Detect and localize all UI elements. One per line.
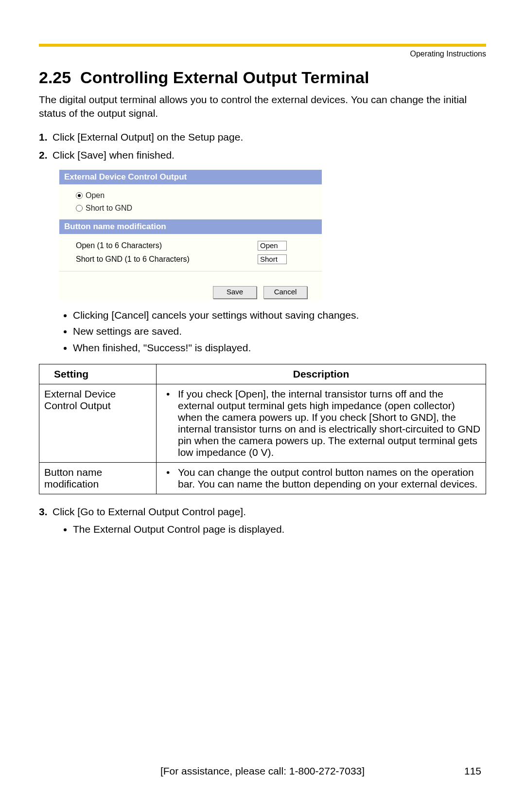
save-button[interactable]: Save (213, 286, 257, 299)
table-row: External Device Control Output •If you c… (39, 384, 486, 463)
field-open-input[interactable] (258, 241, 287, 251)
step-2: 2.Click [Save] when finished. (52, 147, 486, 163)
top-rule (39, 44, 486, 47)
ui-panel: External Device Control Output Open Shor… (59, 170, 322, 301)
section-number: 2.25 (39, 68, 71, 87)
radio-short[interactable]: Short to GND (69, 202, 316, 215)
col-description: Description (157, 364, 486, 384)
section-title: 2.25 Controlling External Output Termina… (39, 68, 486, 87)
radio-short-label: Short to GND (86, 204, 132, 213)
field-short-label: Short to GND (1 to 6 Characters) (76, 255, 258, 264)
ui-header-button-name: Button name modification (59, 219, 322, 234)
cell-setting-1: External Device Control Output (39, 384, 157, 463)
cell-desc-1: •If you check [Open], the internal trans… (157, 384, 486, 463)
header-right: Operating Instructions (39, 50, 486, 58)
step-1-text: Click [External Output] on the Setup pag… (52, 131, 243, 143)
cell-setting-2: Button name modification (39, 463, 157, 494)
settings-table: Setting Description External Device Cont… (39, 364, 486, 494)
footer-assist: [For assistance, please call: 1-800-272-… (0, 765, 525, 777)
step-1: 1.Click [External Output] on the Setup p… (52, 129, 486, 145)
ui-header-output: External Device Control Output (59, 170, 322, 184)
radio-icon (76, 205, 83, 212)
cell-desc-2: •You can change the output control butto… (157, 463, 486, 494)
radio-icon (76, 192, 83, 199)
col-setting: Setting (39, 364, 157, 384)
notes-list: Clicking [Cancel] cancels your settings … (39, 307, 486, 356)
ui-separator (59, 271, 322, 282)
field-open-label: Open (1 to 6 Characters) (76, 241, 258, 250)
step-3-text: Click [Go to External Output Control pag… (52, 506, 246, 517)
page-number: 115 (464, 765, 481, 777)
note-2: New settings are saved. (73, 324, 486, 339)
step-3-sub: The External Output Control page is disp… (73, 522, 486, 537)
table-row: Button name modification •You can change… (39, 463, 486, 494)
step-3: 3.Click [Go to External Output Control p… (52, 504, 486, 537)
step-2-text: Click [Save] when finished. (52, 149, 175, 161)
section-intro: The digital output terminal allows you t… (39, 93, 486, 121)
section-heading: Controlling External Output Terminal (80, 68, 369, 87)
note-3: When finished, "Success!" is displayed. (73, 340, 486, 356)
radio-open-label: Open (86, 191, 105, 200)
note-1: Clicking [Cancel] cancels your settings … (73, 307, 486, 323)
cancel-button[interactable]: Cancel (263, 286, 307, 299)
field-short-input[interactable] (258, 254, 287, 264)
radio-open[interactable]: Open (69, 189, 316, 202)
